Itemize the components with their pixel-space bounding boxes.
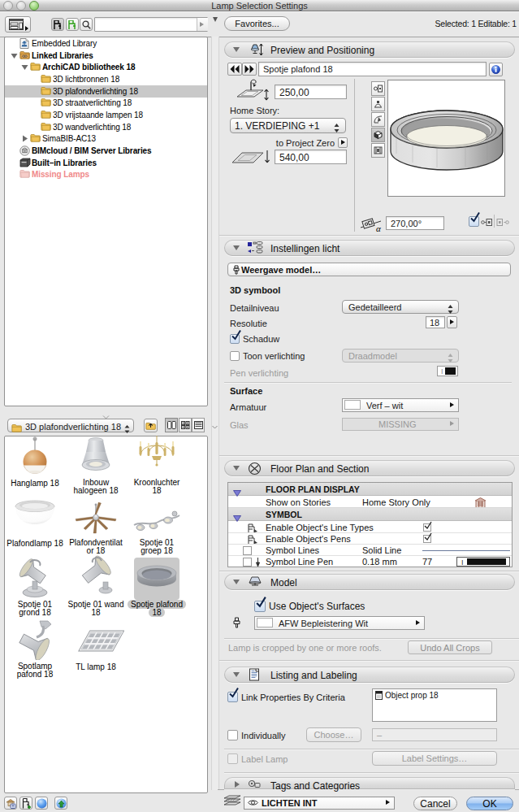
svg-text:α: α <box>376 224 381 232</box>
